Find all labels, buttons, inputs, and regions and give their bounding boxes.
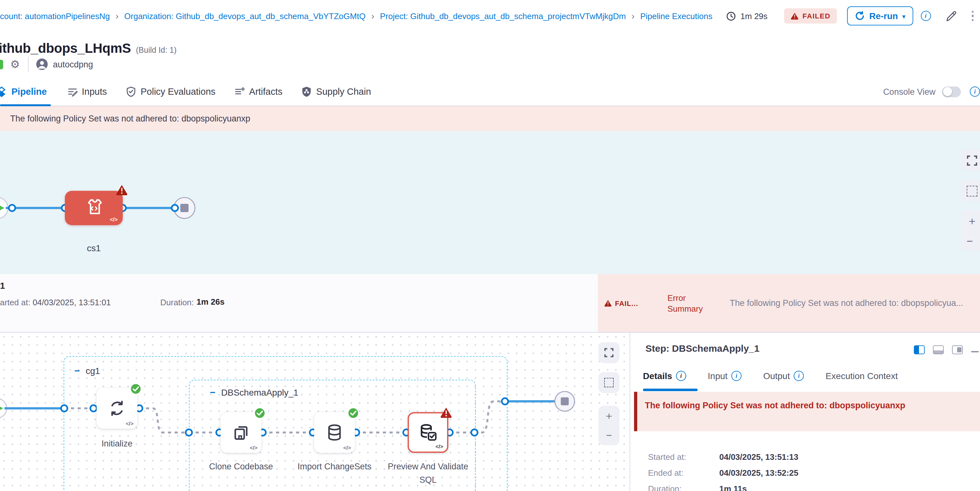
gear-icon[interactable]: ⚙ <box>10 57 20 71</box>
step-node-initialize[interactable]: </> <box>97 388 137 429</box>
minimize-panel-icon[interactable] <box>971 351 979 353</box>
code-mark: </> <box>110 216 118 222</box>
tab-inputs-label: Inputs <box>82 86 107 97</box>
info-icon[interactable]: i <box>921 11 931 21</box>
breadcrumb-account[interactable]: count: automationPipelinesNg <box>0 11 110 21</box>
edit-pencil-icon[interactable] <box>945 10 956 22</box>
row-value: 04/03/2025, 13:51:13 <box>719 452 799 462</box>
trigger-type-icon <box>0 59 3 69</box>
duration-label: Duration: <box>160 298 194 307</box>
console-view-toggle[interactable] <box>942 86 961 97</box>
tab-execution-context[interactable]: Execution Context <box>826 371 898 381</box>
stage-node-label: cs1 <box>65 243 123 253</box>
bottom-section: − cg1 − DBSchemaApply_1 <box>0 333 980 491</box>
tab-artifacts[interactable]: Artifacts <box>235 78 283 106</box>
tab-inputs[interactable]: Inputs <box>67 78 107 106</box>
select-region-button[interactable] <box>961 180 980 202</box>
more-options-icon[interactable] <box>971 11 974 21</box>
initialize-sync-icon <box>107 398 127 418</box>
status-badge: FAILED <box>784 8 837 24</box>
policy-error-alert: The following Policy Set was not adhered… <box>634 392 980 431</box>
console-view-control: Console View i <box>883 86 980 97</box>
zoom-out-button[interactable]: − <box>967 235 973 248</box>
tab-output-label: Output <box>763 371 790 381</box>
breadcrumb-pipeline-executions[interactable]: Pipeline Executions <box>640 11 713 21</box>
error-summary-label: Error Summary <box>667 292 712 314</box>
row-value: 04/03/2025, 13:52:25 <box>719 468 799 478</box>
clock-icon <box>727 11 736 21</box>
tab-input[interactable]: Input i <box>708 371 741 381</box>
trigger-user: autocdpng <box>53 59 93 69</box>
rerun-button[interactable]: Re-run ▾ <box>847 6 913 25</box>
stage-graph-canvas[interactable]: </> cs1 ＋ − <box>0 131 980 274</box>
breadcrumb: count: automationPipelinesNg › Organizat… <box>0 11 712 21</box>
select-region-button[interactable] <box>598 372 619 393</box>
graph-controls: ＋ − <box>961 149 980 251</box>
policy-error-text: The following Policy Set was not adhered… <box>645 401 905 410</box>
code-mark: </> <box>126 420 134 427</box>
fail-chip: FAIL... <box>604 299 638 307</box>
active-tab-underline <box>643 389 698 391</box>
tab-policy-evaluations[interactable]: Policy Evaluations <box>126 78 215 106</box>
error-summary-strip: FAIL... Error Summary The following Poli… <box>598 274 980 332</box>
database-check-icon <box>418 422 438 443</box>
info-icon[interactable]: i <box>731 371 741 381</box>
info-icon[interactable]: i <box>970 86 980 97</box>
step-node-import-changesets[interactable]: </> <box>314 412 355 453</box>
tab-supply-chain[interactable]: Supply Chain <box>301 78 371 106</box>
page-title: ithub_dbops_LHqmS(Build Id: 1) <box>0 41 177 56</box>
zoom-in-button[interactable]: ＋ <box>604 410 614 423</box>
tab-execution-context-label: Execution Context <box>826 371 898 381</box>
execution-name: ithub_dbops_LHqmS <box>0 41 131 55</box>
zoom-controls: ＋ − <box>961 211 980 251</box>
info-icon[interactable]: i <box>676 371 686 381</box>
shield-check-icon <box>126 86 136 97</box>
fullscreen-button[interactable] <box>961 149 980 171</box>
success-check-icon <box>254 407 266 419</box>
artifacts-icon <box>235 86 245 97</box>
execution-meta: ⚙ autocdpng <box>0 55 93 74</box>
divider <box>28 57 29 72</box>
pipeline-icon <box>0 86 7 97</box>
elapsed-time: 1m 29s <box>727 11 768 21</box>
policy-banner-text: The following Policy Set was not adhered… <box>10 114 250 123</box>
breadcrumb-project[interactable]: Project: Github_db_devops_aut_db_schema_… <box>380 11 626 21</box>
float-panel-icon[interactable] <box>952 345 963 354</box>
step-details-tabs: Details i Input i Output i Execution Con… <box>643 371 919 381</box>
status-badge-label: FAILED <box>803 12 830 20</box>
step-graph-canvas[interactable]: − cg1 − DBSchemaApply_1 <box>0 333 630 491</box>
tab-pipeline[interactable]: Pipeline <box>0 78 47 106</box>
tab-output[interactable]: Output i <box>763 371 804 381</box>
stage-node-cs1[interactable]: </> <box>65 191 123 225</box>
started-value: 04/03/2025, 13:51:01 <box>33 298 111 307</box>
zoom-controls: ＋ − <box>598 406 619 445</box>
panel-layout-controls <box>914 345 980 354</box>
warning-triangle-icon <box>791 12 799 20</box>
code-mark: </> <box>343 445 351 451</box>
step-node-preview-validate-sql[interactable]: </> <box>408 412 449 453</box>
dock-bottom-icon[interactable] <box>933 345 944 354</box>
stage-info-bar: 1 arted at: 04/03/2025, 13:51:01 Duratio… <box>0 274 980 333</box>
tab-policy-evaluations-label: Policy Evaluations <box>140 86 215 97</box>
breadcrumb-organization[interactable]: Organization: Github_db_devops_aut_db_sc… <box>124 11 366 21</box>
info-icon[interactable]: i <box>794 371 804 381</box>
stage-name: 1 <box>0 280 5 291</box>
execution-tabs: Pipeline Inputs Policy Evaluations Artif… <box>0 78 980 106</box>
fullscreen-button[interactable] <box>598 342 619 363</box>
step-node-clone-codebase[interactable]: </> <box>221 412 261 453</box>
fullscreen-icon <box>967 155 977 166</box>
step-label-clone-codebase: Clone Codebase <box>200 460 282 473</box>
custom-stage-icon <box>84 197 104 217</box>
zoom-out-button[interactable]: − <box>606 430 612 442</box>
dock-right-icon[interactable] <box>914 345 925 354</box>
tab-pipeline-label: Pipeline <box>11 86 47 97</box>
chevron-right-icon: › <box>115 11 118 21</box>
tab-details[interactable]: Details i <box>643 371 686 381</box>
marquee-select-icon <box>967 185 977 196</box>
step-label-import-changesets: Import ChangeSets <box>293 460 376 473</box>
zoom-in-button[interactable]: ＋ <box>967 214 977 229</box>
success-check-icon <box>130 383 142 395</box>
step-label-initialize: Initialize <box>76 437 158 450</box>
stage-started: arted at: 04/03/2025, 13:51:01 <box>0 298 111 307</box>
row-label: Ended at: <box>648 468 712 478</box>
